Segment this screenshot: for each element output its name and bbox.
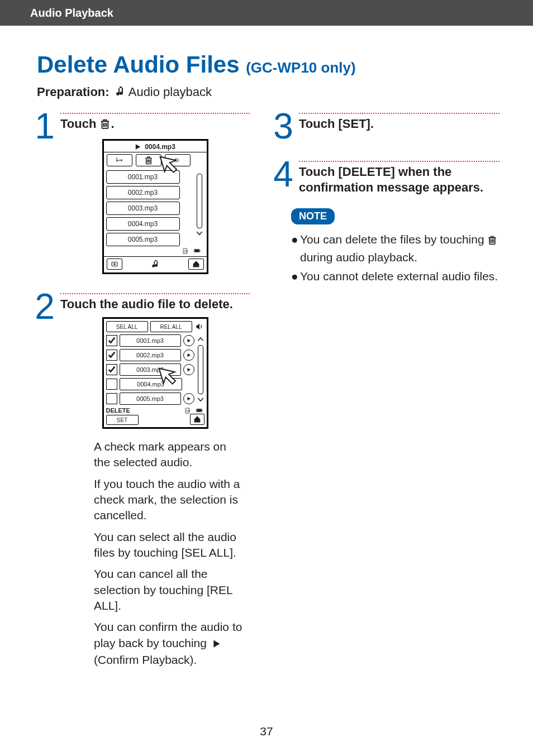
cursor-pointer-icon xyxy=(158,367,180,389)
step-number-4: 4 xyxy=(272,159,294,193)
file-item[interactable]: 0002.mp3 xyxy=(106,186,180,199)
file-item[interactable]: 0003.mp3 xyxy=(106,202,180,215)
shuffle-button[interactable] xyxy=(107,154,132,166)
step-number-3: 3 xyxy=(272,111,294,145)
step-divider xyxy=(60,113,250,114)
delete-list-row[interactable]: 0001.mp3 xyxy=(104,333,197,348)
step-divider xyxy=(299,161,499,162)
page-number: 37 xyxy=(0,725,533,738)
trash-icon xyxy=(99,118,111,133)
checkbox-icon[interactable] xyxy=(106,350,117,361)
delete-label: DELETE xyxy=(106,407,130,414)
play-solid-icon xyxy=(212,637,221,652)
page-title-main: Delete Audio Files xyxy=(37,51,240,78)
note-badge: NOTE xyxy=(291,208,335,224)
play-icon[interactable] xyxy=(183,393,194,404)
delete-list-row[interactable]: 0003.mp3 xyxy=(104,362,197,377)
note-item: You cannot delete external audio files. xyxy=(300,268,498,284)
step-divider xyxy=(299,113,499,114)
delete-list-row[interactable]: 0004.mp3 xyxy=(104,377,197,391)
delete-list-row[interactable]: 0002.mp3 xyxy=(104,348,197,362)
preparation-label: Preparation: xyxy=(37,85,110,99)
bullet-icon: ● xyxy=(291,231,300,266)
para: You can cancel all the selection by touc… xyxy=(94,566,244,614)
play-icon[interactable] xyxy=(183,364,194,375)
music-icon xyxy=(149,259,161,269)
sd-icon xyxy=(183,407,192,414)
file-item[interactable]: 0005.mp3 xyxy=(106,233,180,246)
note-list: ● You can delete the files by touching d… xyxy=(291,231,499,284)
note-item: You can delete the files by touching dur… xyxy=(300,231,499,266)
step-divider xyxy=(60,293,250,294)
step-3: 3 Touch [SET]. xyxy=(272,107,499,145)
speaker-icon xyxy=(194,321,204,332)
step-2-text: Touch the audio file to delete. xyxy=(60,296,250,312)
preparation-text: Audio playback xyxy=(129,85,212,99)
file-item[interactable]: 0004.mp3 xyxy=(106,217,180,231)
device-screen-2: SEL ALL REL ALL 0001.mp3 xyxy=(102,317,208,429)
cursor-pointer-icon xyxy=(159,155,181,178)
page-title-sub: (GC-WP10 only) xyxy=(246,59,355,76)
step-4-text: Touch [DELETE] when the confirmation mes… xyxy=(299,164,499,195)
home-button[interactable] xyxy=(188,259,204,270)
camera-mode-button[interactable] xyxy=(107,259,122,270)
scrollbar[interactable] xyxy=(196,173,203,237)
delete-button[interactable] xyxy=(136,154,161,166)
step-2-description: A check mark appears on the selected aud… xyxy=(94,439,250,668)
page-title: Delete Audio Files (GC-WP10 only) xyxy=(37,51,533,78)
trash-icon xyxy=(487,233,497,249)
chevron-down-icon[interactable] xyxy=(197,396,204,404)
step-1-text: Touch . xyxy=(60,116,250,133)
section-header-text: Audio Playback xyxy=(30,7,113,20)
step-4: 4 Touch [DELETE] when the confirmation m… xyxy=(272,155,499,195)
play-icon[interactable] xyxy=(183,335,194,346)
now-playing-bar: 0004.mp3 xyxy=(104,141,207,152)
release-all-button[interactable]: REL ALL xyxy=(150,321,192,332)
battery-icon xyxy=(192,247,202,254)
play-icon[interactable] xyxy=(183,350,194,361)
step-3-text: Touch [SET]. xyxy=(299,116,499,132)
device-screen-1: 0004.mp3 0001.mp3 xyxy=(102,139,208,274)
chevron-down-icon[interactable] xyxy=(196,229,203,237)
para: You can select all the audio files by to… xyxy=(94,529,244,561)
step-2: 2 Touch the audio file to delete. SEL AL… xyxy=(34,288,250,429)
set-button[interactable]: SET xyxy=(106,415,139,425)
note-label: NOTE xyxy=(299,210,327,222)
para: You can confirm the audio to play back b… xyxy=(94,619,244,668)
chevron-up-icon[interactable] xyxy=(197,336,204,343)
step-1-after: . xyxy=(111,117,114,131)
checkbox-icon[interactable] xyxy=(106,393,117,404)
home-button[interactable] xyxy=(190,414,204,425)
bullet-icon: ● xyxy=(291,268,300,284)
checkbox-icon[interactable] xyxy=(106,364,117,375)
step-number-2: 2 xyxy=(34,291,56,326)
delete-list-row[interactable]: 0005.mp3 xyxy=(104,391,197,406)
step-number-1: 1 xyxy=(34,111,56,145)
step-1-before: Touch xyxy=(60,117,96,131)
section-header: Audio Playback xyxy=(0,0,533,26)
para: If you touch the audio with a check mark… xyxy=(94,476,244,524)
battery-icon xyxy=(194,407,204,414)
preparation-line: Preparation: Audio playback xyxy=(37,85,533,99)
checkbox-icon[interactable] xyxy=(106,335,117,346)
select-all-button[interactable]: SEL ALL xyxy=(106,321,148,332)
now-playing-name: 0004.mp3 xyxy=(145,143,175,151)
step-1: 1 Touch . 0004.mp3 xyxy=(34,107,250,274)
sd-icon xyxy=(181,247,190,254)
para: A check mark appears on the selected aud… xyxy=(94,439,244,471)
music-icon xyxy=(114,85,126,98)
checkbox-icon[interactable] xyxy=(106,379,117,390)
